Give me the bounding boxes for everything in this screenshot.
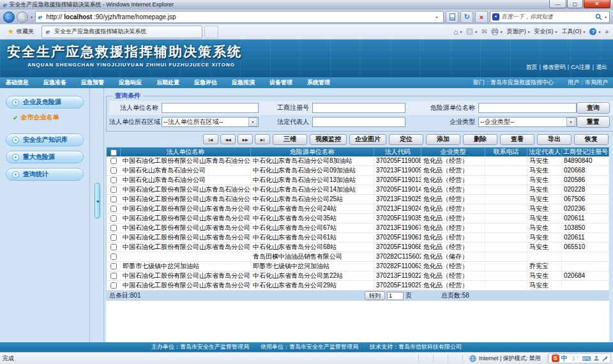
row-checkbox[interactable] xyxy=(110,273,117,279)
row-checkbox[interactable] xyxy=(110,167,117,174)
menu-item[interactable]: 基础信息 xyxy=(6,79,29,87)
feeds-button[interactable]: ◗▼ xyxy=(466,28,478,35)
region-select[interactable]: --法人单位所在区域--▼ xyxy=(162,117,259,127)
toolbar-button[interactable]: 添加 xyxy=(426,134,460,145)
pager-nav-button[interactable]: ▶| xyxy=(255,134,270,144)
home-button[interactable]: ⌂▼ xyxy=(453,27,462,36)
search-button[interactable]: 查询 xyxy=(577,102,610,114)
address-dropdown-icon[interactable]: ▼ xyxy=(432,15,441,19)
safety-menu[interactable]: 安全(S)▼ xyxy=(534,27,558,36)
menu-item[interactable]: 应急推演 xyxy=(232,79,255,87)
more-commands-button[interactable]: » xyxy=(605,28,609,35)
table-row[interactable]: 中国石化山东青岛石油分公司 中石化山东青岛石油分公司09加油站 370213F1… xyxy=(107,166,609,176)
header-link[interactable]: 退出 xyxy=(591,63,607,72)
row-checkbox[interactable] xyxy=(110,158,117,164)
ime-punctuation-icon[interactable]: °, xyxy=(577,356,580,361)
ime-keyboard-icon[interactable]: ⌨ xyxy=(582,355,591,362)
toolbar-button[interactable]: 查看 xyxy=(500,134,534,145)
header-link[interactable]: 修改密码 xyxy=(537,63,565,72)
table-row[interactable]: 中国石油化工股份有限公司山东青岛石油分公司 中石化山东青岛石油分公司14加油站 … xyxy=(107,185,609,195)
history-dropdown-icon[interactable]: ▼ xyxy=(30,15,33,19)
refresh-button[interactable]: ↻ xyxy=(460,11,473,23)
ime-wrench-icon[interactable] xyxy=(602,355,608,361)
table-row[interactable]: 中国石油化工股份有限公司山东省青岛分公司 中石化山东省青岛分公司29站 3702… xyxy=(107,281,609,291)
menu-item[interactable]: 后期处置 xyxy=(156,79,179,87)
legal-representative-input[interactable] xyxy=(312,117,405,127)
row-checkbox[interactable] xyxy=(110,206,117,212)
toolbar-button[interactable]: 导出 xyxy=(537,134,571,145)
table-row[interactable]: 中国石油化工股份有限公司山东省青岛分公司 中石化山东省青岛分公司第22站 370… xyxy=(107,271,609,281)
menu-item[interactable]: 应急评估 xyxy=(194,79,217,87)
row-checkbox[interactable] xyxy=(110,177,117,183)
sidebar-item-city-enterprise-list[interactable]: ✔ 全市企业名单 xyxy=(13,113,89,122)
back-button[interactable]: ← xyxy=(3,11,15,23)
new-tab-button[interactable] xyxy=(204,26,218,38)
table-row[interactable]: 中国石油化工股份有限公司山东省青岛分公司 中石化山东省青岛分公司35站 3702… xyxy=(107,214,609,224)
menu-item[interactable]: 设备管理 xyxy=(269,79,292,87)
read-mail-button[interactable]: ✉ xyxy=(481,28,487,35)
toolbar-button[interactable]: 删除 xyxy=(463,134,497,145)
close-button[interactable]: ✕ xyxy=(584,0,610,8)
table-row[interactable]: 中国石油化工股份有限公司山东青岛石油分公司 中石化山东青岛石油分公司8加油站 3… xyxy=(107,156,609,166)
ime-language-toggle[interactable]: 中 xyxy=(561,354,568,363)
ime-user-icon[interactable] xyxy=(593,355,600,361)
row-checkbox[interactable] xyxy=(110,263,117,269)
row-checkbox[interactable] xyxy=(110,196,117,202)
table-row[interactable]: 中国石油化工股份有限公司山东省青岛分公司 中石化山东省青岛分公司67站 3702… xyxy=(107,224,609,233)
favorites-button[interactable]: ★ 收藏夹 xyxy=(3,27,38,36)
toolbar-button[interactable]: 恢复 xyxy=(574,134,609,145)
row-checkbox[interactable] xyxy=(110,254,117,260)
pager-nav-button[interactable]: |◀ xyxy=(203,134,218,144)
business-registration-input[interactable] xyxy=(312,103,405,113)
maximize-button[interactable]: ▢ xyxy=(567,0,583,8)
row-checkbox[interactable] xyxy=(110,186,117,193)
table-row[interactable]: 中国石油化工股份有限公司山东省青岛分公司 中石化山东省青岛分公司24站 3702… xyxy=(107,204,609,214)
page-menu[interactable]: 页面(P)▼ xyxy=(507,27,531,36)
enterprise-type-select[interactable]: --企业类型--▼ xyxy=(478,117,577,127)
select-all-checkbox[interactable] xyxy=(110,149,117,156)
table-row[interactable]: 中国石油化工股份有限公司山东省青岛分公司 中石化山东省青岛分公司61站 3702… xyxy=(107,233,609,243)
search-icon[interactable] xyxy=(595,13,602,20)
table-row[interactable]: 青岛田横中油油品销售有限公司 370282C115602 危化品（储存） xyxy=(107,252,609,262)
header-link[interactable]: 首页 xyxy=(526,63,537,72)
print-button[interactable]: ▼ xyxy=(491,28,503,35)
row-checkbox[interactable] xyxy=(110,215,117,222)
compatibility-view-button[interactable] xyxy=(446,11,458,23)
page-number-input[interactable] xyxy=(387,292,404,300)
row-checkbox[interactable] xyxy=(110,244,117,250)
menu-item[interactable]: 系统管理 xyxy=(307,79,330,87)
row-checkbox[interactable] xyxy=(110,234,117,241)
table-row[interactable]: 中国石油化工股份有限公司山东省青岛分公司 中石化山东省青岛分公司68站 3702… xyxy=(107,243,609,252)
forward-button[interactable]: → xyxy=(17,11,28,23)
sidebar-group-query-statistics[interactable]: ▼ 查询统计 xyxy=(6,168,84,181)
search-dropdown-icon[interactable]: ▼ xyxy=(604,15,607,19)
table-row[interactable]: 中国石化山东青岛石油分公司 中石化山东青岛石油分公司13加油站 370205F1… xyxy=(107,176,609,185)
toolbar-button[interactable]: 企业图片 xyxy=(349,134,386,145)
goto-page-button[interactable]: 转到 xyxy=(365,291,385,300)
menu-item[interactable]: 应急响应 xyxy=(119,79,142,87)
search-input[interactable]: 百度一下，你就知道 ▼ xyxy=(490,11,610,23)
help-menu[interactable]: ?▼ xyxy=(589,28,601,35)
table-row[interactable]: 即墨市七级镇中岔河加油站 即墨市七级镇中岔河加油站 370282F110063 … xyxy=(107,262,609,271)
tools-menu[interactable]: 工具(O)▼ xyxy=(562,27,586,36)
pager-nav-button[interactable]: ◀◀ xyxy=(220,134,236,144)
table-row[interactable]: 中国石油化工股份有限公司山东青岛石油分公司 中石化山东青岛石油分公司25站 37… xyxy=(107,195,609,204)
sogou-logo-icon[interactable]: S xyxy=(552,354,559,362)
pager-nav-button[interactable]: ▶▶ xyxy=(238,134,253,144)
ime-fullwidth-icon[interactable]: ☽ xyxy=(570,355,575,362)
hazard-unit-name-input[interactable] xyxy=(478,103,577,113)
splitter-collapse-handle[interactable]: ◀ xyxy=(95,183,100,218)
menu-item[interactable]: 应急预警 xyxy=(81,79,104,87)
sidebar-group-major-hazard[interactable]: ▼ 重大危险源 xyxy=(6,151,84,163)
address-bar[interactable]: e http://localhost:90/yjzh/frame/homepag… xyxy=(35,11,444,23)
row-checkbox[interactable] xyxy=(110,282,117,289)
toolbar-button[interactable]: 定位 xyxy=(389,134,423,145)
header-link[interactable]: CA注册 xyxy=(566,63,591,72)
browser-tab[interactable]: e 安全生产应急救援指挥辅助决策系统 xyxy=(42,26,202,38)
sidebar-group-enterprise-hazard[interactable]: ▼ 企业及危险源 xyxy=(6,96,84,109)
sidebar-group-safety-knowledge[interactable]: ▼ 安全生产知识库 xyxy=(6,133,84,146)
row-checkbox[interactable] xyxy=(110,225,117,231)
reset-button[interactable]: 重置 xyxy=(577,116,610,128)
minimize-button[interactable]: — xyxy=(549,0,566,8)
stop-button[interactable]: × xyxy=(475,11,488,23)
